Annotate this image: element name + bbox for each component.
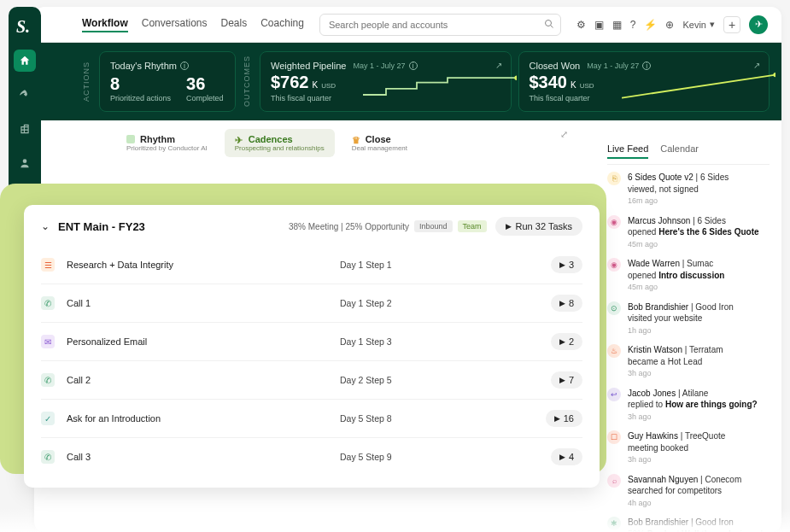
chevron-down-icon: ▾ [710, 19, 715, 30]
cadence-step[interactable]: ☰ Research + Data Integrity Day 1 Step 1… [41, 246, 582, 284]
cadence-step[interactable]: ✉ Personalized Email Day 1 Step 3 ▶2 [41, 322, 582, 360]
feed-item[interactable]: ☐ Guy Hawkins | TreeQuote meeting booked… [607, 430, 770, 465]
tab-workflow[interactable]: Workflow [82, 17, 128, 32]
tab-conversations[interactable]: Conversations [142, 17, 208, 32]
mode-sub: Prospecting and relationships [235, 144, 325, 152]
feed-icon: ⎘ [607, 172, 621, 185]
avatar[interactable]: ✈ [749, 15, 768, 34]
step-name: Ask for an Introduction [67, 413, 161, 424]
feed-icon: ◉ [607, 215, 621, 229]
won-unit: K [571, 80, 576, 90]
feed-item[interactable]: ◉ Marcus Johnson | 6 Sides opened Here's… [607, 215, 770, 250]
metrics-strip: Actions Today's Rhythmi 8Prioritized act… [34, 43, 781, 120]
add-button[interactable]: + [723, 16, 740, 33]
tune-icon[interactable]: ⚙︎ [576, 19, 586, 31]
feed-icon: ◉ [607, 258, 621, 272]
cadence-stats: 38% Meeting | 25% Opportunity Inbound Te… [289, 220, 487, 232]
feed-body: Wade Warren | Sumac opened Intro discuss… [628, 258, 724, 293]
card-rhythm[interactable]: Today's Rhythmi 8Prioritized actions 36C… [99, 51, 236, 112]
feed-item[interactable]: ⌕ Savannah Nguyen | Conecom searched for… [607, 474, 770, 509]
pipeline-unit: K [313, 80, 319, 90]
search-icon[interactable] [544, 19, 554, 32]
bolt-icon[interactable]: ⚡ [644, 19, 657, 31]
step-name: Research + Data Integrity [67, 260, 173, 270]
feed-icon: ✱ [607, 517, 621, 530]
mode-cadences[interactable]: ✈Cadences Prospecting and relationships [225, 129, 335, 157]
feed-item[interactable]: ⎘ 6 Sides Quote v2 | 6 Sides viewed, not… [607, 172, 770, 207]
play-icon: ▶ [559, 299, 565, 307]
tab-livefeed[interactable]: Live Feed [607, 143, 648, 159]
expand-icon[interactable]: ↗ [495, 61, 502, 70]
step-run-button[interactable]: ▶7 [551, 371, 582, 389]
play-icon: ▶ [506, 222, 512, 231]
feed-item[interactable]: ✱ Bob Brandishier | Good Iron 50% Produc… [607, 517, 770, 532]
step-run-button[interactable]: ▶16 [546, 410, 582, 427]
user-menu[interactable]: Kevin▾ [682, 19, 715, 30]
pipeline-cur: USD [321, 82, 336, 90]
card-pipeline[interactable]: ↗ Weighted PipelineMay 1 - July 27i $762… [260, 51, 512, 112]
feed-icon: ⊙ [607, 301, 621, 315]
topbar: Workflow Conversations Deals Coaching ⚙︎… [34, 7, 781, 43]
feed-list: ⎘ 6 Sides Quote v2 | 6 Sides viewed, not… [607, 172, 770, 532]
feed-item[interactable]: ♨ Kristin Watson | Terratam became a Hot… [607, 344, 770, 379]
step-run-button[interactable]: ▶2 [551, 333, 582, 350]
info-icon[interactable]: i [642, 61, 651, 70]
step-day: Day 5 Step 8 [340, 413, 392, 424]
play-icon: ▶ [559, 453, 565, 461]
cadence-step[interactable]: ✆ Call 1 Day 1 Step 2 ▶8 [41, 284, 582, 322]
sidebar-item-home[interactable] [14, 50, 36, 72]
cadence-step[interactable]: ✆ Call 2 Day 2 Step 5 ▶7 [41, 360, 582, 399]
pipeline-title: Weighted Pipeline [271, 61, 346, 71]
user-name: Kevin [682, 20, 706, 30]
rhythm-icon [126, 135, 135, 143]
steps-list: ☰ Research + Data Integrity Day 1 Step 1… [41, 246, 582, 476]
chat-icon[interactable]: ▣ [594, 19, 604, 31]
cadence-panel: ⌄ ENT Main - FY23 38% Meeting | 25% Oppo… [24, 205, 600, 488]
rocket-icon [19, 89, 31, 101]
globe-icon[interactable]: ⊕ [665, 19, 674, 31]
actions-label: Actions [82, 61, 91, 102]
grid-icon[interactable]: ▦ [612, 19, 622, 31]
won-sparkline [622, 72, 775, 102]
step-type-icon: ✓ [41, 412, 55, 425]
info-icon[interactable]: i [180, 61, 189, 70]
feed-body: Guy Hawkins | TreeQuote meeting booked 3… [628, 430, 725, 465]
help-icon[interactable]: ? [630, 19, 636, 31]
cadence-step[interactable]: ✓ Ask for an Introduction Day 5 Step 8 ▶… [41, 399, 582, 437]
step-day: Day 1 Step 1 [340, 260, 392, 270]
step-run-button[interactable]: ▶8 [551, 295, 582, 312]
step-run-button[interactable]: ▶4 [551, 448, 582, 465]
feed-item[interactable]: ⊙ Bob Brandishier | Good Iron visited yo… [607, 301, 770, 336]
collapse-toggle[interactable]: ⌄ [41, 220, 50, 232]
step-day: Day 1 Step 2 [340, 298, 392, 308]
card-won[interactable]: ↗ Closed WonMay 1 - July 27i $340KUSD Th… [518, 51, 770, 112]
sidebar-item-accounts[interactable] [14, 118, 36, 140]
step-type-icon: ✉ [41, 335, 55, 348]
step-run-button[interactable]: ▶3 [551, 256, 582, 273]
rhythm-prioritized: 8 [110, 74, 171, 94]
building-icon [19, 123, 31, 135]
cadence-step[interactable]: ✆ Call 3 Day 5 Step 9 ▶4 [41, 437, 582, 476]
svg-point-1 [545, 20, 551, 26]
feed-item[interactable]: ↩ Jacob Jones | Atilane replied to How a… [607, 388, 770, 423]
mode-rhythm[interactable]: Rhythm Prioritized by Conductor AI [116, 129, 218, 157]
expand-icon[interactable]: ↗ [753, 61, 760, 70]
sidebar-item-people[interactable] [14, 152, 36, 174]
tab-calendar[interactable]: Calendar [660, 143, 699, 159]
topbar-actions: ⚙︎ ▣ ▦ ? ⚡ ⊕ Kevin▾ + ✈ [576, 15, 768, 34]
sidebar-item-rocket[interactable] [14, 84, 36, 106]
play-icon: ▶ [554, 414, 560, 423]
svg-point-3 [773, 73, 775, 77]
search-input[interactable] [319, 14, 561, 36]
expand-icon[interactable]: ⤢ [560, 129, 568, 140]
info-icon[interactable]: i [409, 61, 418, 70]
feed-icon: ♨ [607, 344, 621, 358]
mode-close[interactable]: ♛Close Deal management [342, 129, 436, 157]
won-range: May 1 - July 27 [587, 61, 639, 70]
run-tasks-button[interactable]: ▶Run 32 Tasks [495, 217, 582, 236]
feed-body: Bob Brandishier | Good Iron visited your… [628, 301, 734, 336]
tab-coaching[interactable]: Coaching [260, 17, 304, 32]
feed-item[interactable]: ◉ Wade Warren | Sumac opened Intro discu… [607, 258, 770, 293]
tab-deals[interactable]: Deals [221, 17, 248, 32]
tag-team: Team [458, 220, 487, 232]
